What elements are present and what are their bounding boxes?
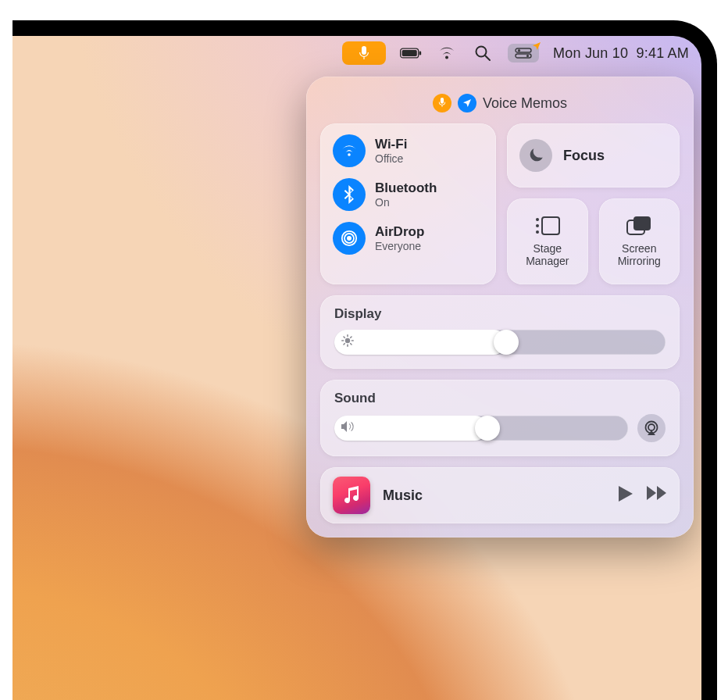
svg-rect-17 xyxy=(633,216,651,230)
focus-tile[interactable]: Focus xyxy=(507,123,680,188)
macos-menu-bar: Mon Jun 10 9:41 AM xyxy=(12,36,701,70)
wifi-title: Wi-Fi xyxy=(375,137,407,152)
control-center-panel: Voice Memos Wi-Fi Office xyxy=(306,77,694,538)
bluetooth-status: On xyxy=(375,196,437,209)
stage-manager-label: Stage Manager xyxy=(526,242,569,267)
bluetooth-icon xyxy=(333,178,366,211)
screen-mirroring-tile[interactable]: Screen Mirroring xyxy=(599,198,680,284)
speaker-icon xyxy=(341,421,355,435)
location-indicator-icon xyxy=(532,41,541,51)
music-app-icon xyxy=(333,477,370,514)
display-tile: Display xyxy=(320,295,680,369)
svg-rect-12 xyxy=(542,217,559,234)
now-playing-title: Music xyxy=(383,488,606,504)
microphone-icon xyxy=(433,94,451,112)
stage-manager-tile[interactable]: Stage Manager xyxy=(507,198,587,284)
svg-point-9 xyxy=(347,236,352,241)
svg-line-24 xyxy=(351,344,352,345)
airdrop-icon xyxy=(333,222,366,255)
bluetooth-title: Bluetooth xyxy=(375,180,437,196)
menubar-datetime[interactable]: Mon Jun 10 9:41 AM xyxy=(553,45,689,62)
connectivity-tile: Wi-Fi Office Bluetooth On xyxy=(320,123,496,284)
sound-tile: Sound xyxy=(320,380,680,456)
svg-point-14 xyxy=(536,224,539,227)
svg-point-13 xyxy=(536,218,539,221)
airdrop-title: AirDrop xyxy=(375,224,424,240)
control-center-menubar-button[interactable] xyxy=(508,44,539,62)
wifi-icon xyxy=(333,134,366,167)
airdrop-status: Everyone xyxy=(375,240,424,252)
svg-point-15 xyxy=(536,230,539,234)
focus-label: Focus xyxy=(563,148,605,164)
brightness-icon xyxy=(341,334,354,350)
svg-rect-2 xyxy=(419,52,421,55)
play-icon xyxy=(619,486,633,502)
display-brightness-slider[interactable] xyxy=(334,330,666,355)
svg-line-23 xyxy=(344,337,344,338)
svg-rect-1 xyxy=(402,50,417,56)
airplay-audio-button[interactable] xyxy=(637,414,666,442)
wifi-toggle[interactable]: Wi-Fi Office xyxy=(333,134,484,167)
control-center-icon xyxy=(515,48,532,59)
sound-label: Sound xyxy=(334,391,666,406)
svg-point-28 xyxy=(648,424,655,430)
screen-mirroring-label: Screen Mirroring xyxy=(618,242,661,267)
spotlight-search-icon[interactable] xyxy=(472,42,494,64)
menubar-date: Mon Jun 10 xyxy=(553,45,628,61)
mic-indicator-pill[interactable] xyxy=(342,41,386,65)
stage-manager-icon xyxy=(534,216,561,236)
moon-icon xyxy=(519,139,552,172)
screen-mirroring-icon xyxy=(626,216,652,236)
svg-point-8 xyxy=(526,55,529,57)
control-center-app-header[interactable]: Voice Memos xyxy=(320,91,680,116)
airplay-icon xyxy=(643,420,660,436)
bluetooth-toggle[interactable]: Bluetooth On xyxy=(333,178,484,211)
location-icon xyxy=(458,94,476,112)
svg-point-18 xyxy=(345,338,350,343)
sound-volume-slider[interactable] xyxy=(334,416,628,441)
now-playing-tile[interactable]: Music xyxy=(320,467,680,523)
battery-icon[interactable] xyxy=(400,42,422,64)
svg-line-26 xyxy=(351,337,352,338)
play-button[interactable] xyxy=(619,486,633,505)
next-track-button[interactable] xyxy=(647,486,667,505)
display-label: Display xyxy=(334,306,666,322)
svg-line-25 xyxy=(344,344,344,345)
wifi-status: Office xyxy=(375,152,407,165)
microphone-icon xyxy=(359,46,369,60)
menubar-time: 9:41 AM xyxy=(637,45,689,61)
svg-point-6 xyxy=(518,49,520,52)
fast-forward-icon xyxy=(647,486,667,500)
airdrop-toggle[interactable]: AirDrop Everyone xyxy=(333,222,484,255)
svg-line-4 xyxy=(485,55,490,60)
control-center-app-label: Voice Memos xyxy=(483,95,567,112)
wifi-icon[interactable] xyxy=(436,42,458,64)
